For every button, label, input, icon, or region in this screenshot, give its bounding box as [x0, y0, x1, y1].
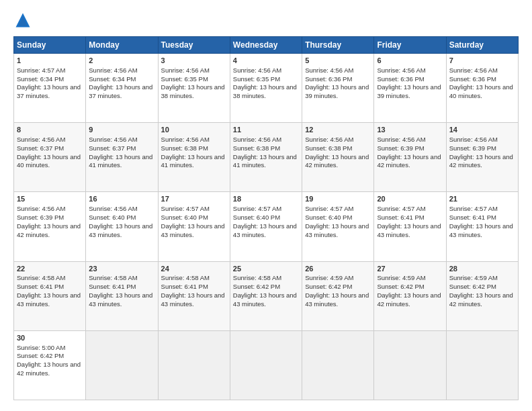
day-info: Sunrise: 4:58 AMSunset: 6:42 PMDaylight:… — [233, 274, 297, 307]
calendar-week-3: 15Sunrise: 4:56 AMSunset: 6:39 PMDayligh… — [14, 192, 519, 261]
calendar-cell: 26Sunrise: 4:59 AMSunset: 6:42 PMDayligh… — [302, 261, 374, 330]
day-info: Sunrise: 4:56 AMSunset: 6:37 PMDaylight:… — [89, 136, 152, 169]
day-number: 1 — [17, 56, 83, 66]
calendar-cell: 23Sunrise: 4:58 AMSunset: 6:41 PMDayligh… — [86, 261, 158, 330]
day-number: 27 — [377, 264, 443, 274]
day-number: 13 — [377, 125, 443, 135]
day-number: 30 — [17, 333, 83, 343]
day-info: Sunrise: 4:59 AMSunset: 6:42 PMDaylight:… — [305, 274, 369, 307]
calendar-header-saturday: Saturday — [446, 37, 518, 54]
calendar-header-monday: Monday — [86, 37, 158, 54]
calendar-week-1: 1Sunrise: 4:57 AMSunset: 6:34 PMDaylight… — [14, 54, 519, 123]
calendar-cell: 4Sunrise: 4:56 AMSunset: 6:35 PMDaylight… — [230, 54, 302, 123]
calendar-cell: 7Sunrise: 4:56 AMSunset: 6:36 PMDaylight… — [446, 54, 518, 123]
day-number: 28 — [449, 264, 515, 274]
day-number: 7 — [449, 56, 515, 66]
day-number: 23 — [89, 264, 154, 274]
day-number: 24 — [161, 264, 227, 274]
calendar-cell — [86, 330, 158, 400]
header — [13, 11, 519, 30]
calendar-cell — [302, 330, 374, 400]
calendar-cell: 16Sunrise: 4:56 AMSunset: 6:40 PMDayligh… — [86, 192, 158, 261]
calendar-week-5: 30Sunrise: 5:00 AMSunset: 6:42 PMDayligh… — [14, 330, 519, 400]
calendar-week-4: 22Sunrise: 4:58 AMSunset: 6:41 PMDayligh… — [14, 261, 519, 330]
day-number: 17 — [161, 194, 227, 204]
calendar-week-2: 8Sunrise: 4:56 AMSunset: 6:37 PMDaylight… — [14, 123, 519, 192]
day-number: 15 — [17, 194, 83, 204]
day-info: Sunrise: 4:59 AMSunset: 6:42 PMDaylight:… — [377, 274, 441, 307]
day-info: Sunrise: 4:57 AMSunset: 6:34 PMDaylight:… — [17, 66, 81, 99]
calendar-cell: 17Sunrise: 4:57 AMSunset: 6:40 PMDayligh… — [158, 192, 230, 261]
calendar-cell: 10Sunrise: 4:56 AMSunset: 6:38 PMDayligh… — [158, 123, 230, 192]
calendar-cell — [230, 330, 302, 400]
calendar-cell — [446, 330, 518, 400]
day-number: 3 — [161, 56, 227, 66]
day-number: 8 — [17, 125, 83, 135]
day-info: Sunrise: 4:56 AMSunset: 6:39 PMDaylight:… — [449, 136, 513, 169]
calendar-cell: 30Sunrise: 5:00 AMSunset: 6:42 PMDayligh… — [14, 330, 86, 400]
calendar-cell: 13Sunrise: 4:56 AMSunset: 6:39 PMDayligh… — [374, 123, 446, 192]
calendar-cell: 28Sunrise: 4:59 AMSunset: 6:42 PMDayligh… — [446, 261, 518, 330]
day-number: 11 — [233, 125, 299, 135]
day-info: Sunrise: 4:59 AMSunset: 6:42 PMDaylight:… — [449, 274, 513, 307]
calendar-header-tuesday: Tuesday — [158, 37, 230, 54]
day-number: 5 — [305, 56, 371, 66]
day-info: Sunrise: 4:56 AMSunset: 6:36 PMDaylight:… — [305, 66, 369, 99]
day-info: Sunrise: 4:57 AMSunset: 6:40 PMDaylight:… — [161, 205, 225, 238]
calendar-header-row: SundayMondayTuesdayWednesdayThursdayFrid… — [14, 37, 519, 54]
calendar-cell: 18Sunrise: 4:57 AMSunset: 6:40 PMDayligh… — [230, 192, 302, 261]
calendar-cell: 27Sunrise: 4:59 AMSunset: 6:42 PMDayligh… — [374, 261, 446, 330]
calendar-cell: 19Sunrise: 4:57 AMSunset: 6:40 PMDayligh… — [302, 192, 374, 261]
day-number: 19 — [305, 194, 371, 204]
day-info: Sunrise: 4:58 AMSunset: 6:41 PMDaylight:… — [161, 274, 225, 307]
day-number: 25 — [233, 264, 299, 274]
day-info: Sunrise: 5:00 AMSunset: 6:42 PMDaylight:… — [17, 344, 81, 377]
day-info: Sunrise: 4:56 AMSunset: 6:34 PMDaylight:… — [89, 66, 152, 99]
calendar-cell: 22Sunrise: 4:58 AMSunset: 6:41 PMDayligh… — [14, 261, 86, 330]
day-info: Sunrise: 4:56 AMSunset: 6:40 PMDaylight:… — [89, 205, 152, 238]
day-number: 21 — [449, 194, 515, 204]
day-info: Sunrise: 4:56 AMSunset: 6:36 PMDaylight:… — [449, 66, 513, 99]
calendar-cell: 21Sunrise: 4:57 AMSunset: 6:41 PMDayligh… — [446, 192, 518, 261]
day-number: 16 — [89, 194, 154, 204]
day-info: Sunrise: 4:58 AMSunset: 6:41 PMDaylight:… — [17, 274, 81, 307]
calendar-header-sunday: Sunday — [14, 37, 86, 54]
calendar-cell: 6Sunrise: 4:56 AMSunset: 6:36 PMDaylight… — [374, 54, 446, 123]
logo-icon — [13, 11, 32, 30]
calendar-cell: 24Sunrise: 4:58 AMSunset: 6:41 PMDayligh… — [158, 261, 230, 330]
day-number: 22 — [17, 264, 83, 274]
day-number: 9 — [89, 125, 154, 135]
day-info: Sunrise: 4:56 AMSunset: 6:38 PMDaylight:… — [161, 136, 225, 169]
calendar-cell: 9Sunrise: 4:56 AMSunset: 6:37 PMDaylight… — [86, 123, 158, 192]
calendar-cell: 11Sunrise: 4:56 AMSunset: 6:38 PMDayligh… — [230, 123, 302, 192]
calendar-header-thursday: Thursday — [302, 37, 374, 54]
calendar-table: SundayMondayTuesdayWednesdayThursdayFrid… — [13, 36, 519, 400]
day-number: 18 — [233, 194, 299, 204]
calendar-cell: 8Sunrise: 4:56 AMSunset: 6:37 PMDaylight… — [14, 123, 86, 192]
day-number: 10 — [161, 125, 227, 135]
calendar-cell: 5Sunrise: 4:56 AMSunset: 6:36 PMDaylight… — [302, 54, 374, 123]
day-number: 4 — [233, 56, 299, 66]
calendar-body: 1Sunrise: 4:57 AMSunset: 6:34 PMDaylight… — [14, 54, 519, 400]
day-info: Sunrise: 4:56 AMSunset: 6:38 PMDaylight:… — [305, 136, 369, 169]
day-info: Sunrise: 4:56 AMSunset: 6:35 PMDaylight:… — [233, 66, 297, 99]
calendar-cell: 15Sunrise: 4:56 AMSunset: 6:39 PMDayligh… — [14, 192, 86, 261]
calendar-cell: 1Sunrise: 4:57 AMSunset: 6:34 PMDaylight… — [14, 54, 86, 123]
calendar-cell: 14Sunrise: 4:56 AMSunset: 6:39 PMDayligh… — [446, 123, 518, 192]
day-number: 20 — [377, 194, 443, 204]
day-info: Sunrise: 4:56 AMSunset: 6:39 PMDaylight:… — [17, 205, 81, 238]
calendar-header-friday: Friday — [374, 37, 446, 54]
day-info: Sunrise: 4:56 AMSunset: 6:39 PMDaylight:… — [377, 136, 441, 169]
calendar-cell: 25Sunrise: 4:58 AMSunset: 6:42 PMDayligh… — [230, 261, 302, 330]
day-info: Sunrise: 4:57 AMSunset: 6:40 PMDaylight:… — [305, 205, 369, 238]
day-info: Sunrise: 4:57 AMSunset: 6:41 PMDaylight:… — [449, 205, 513, 238]
calendar-cell — [158, 330, 230, 400]
calendar-cell: 20Sunrise: 4:57 AMSunset: 6:41 PMDayligh… — [374, 192, 446, 261]
calendar-cell: 2Sunrise: 4:56 AMSunset: 6:34 PMDaylight… — [86, 54, 158, 123]
day-number: 14 — [449, 125, 515, 135]
day-info: Sunrise: 4:58 AMSunset: 6:41 PMDaylight:… — [89, 274, 152, 307]
calendar-cell: 12Sunrise: 4:56 AMSunset: 6:38 PMDayligh… — [302, 123, 374, 192]
day-number: 6 — [377, 56, 443, 66]
calendar-header-wednesday: Wednesday — [230, 37, 302, 54]
calendar-cell — [374, 330, 446, 400]
